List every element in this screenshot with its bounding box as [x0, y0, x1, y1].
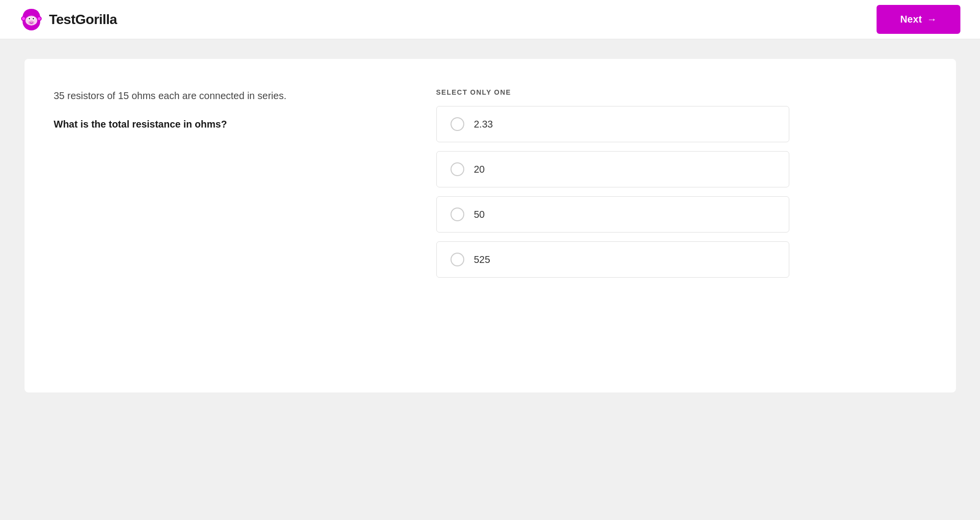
answer-label-4: 525 [474, 254, 490, 265]
next-arrow-icon: → [927, 14, 937, 25]
answers-section: SELECT ONLY ONE 2.332050525 [436, 88, 789, 363]
answer-option-2[interactable]: 20 [436, 151, 789, 187]
answer-label-2: 20 [474, 164, 485, 175]
logo-text: TestGorilla [49, 12, 117, 27]
radio-circle-4 [451, 253, 464, 266]
main-content: 35 resistors of 15 ohms each are connect… [0, 39, 980, 520]
header: TestGorilla Next → [0, 0, 980, 39]
next-button-label: Next [900, 14, 922, 25]
next-button[interactable]: Next → [877, 5, 960, 34]
svg-point-3 [38, 17, 41, 20]
svg-point-8 [33, 18, 34, 19]
radio-circle-1 [451, 117, 464, 131]
svg-point-7 [29, 18, 30, 19]
answer-options-container: 2.332050525 [436, 106, 789, 278]
radio-circle-2 [451, 162, 464, 176]
question-section: 35 resistors of 15 ohms each are connect… [54, 88, 397, 363]
select-only-one-label: SELECT ONLY ONE [436, 88, 789, 96]
answer-option-3[interactable]: 50 [436, 196, 789, 233]
svg-point-2 [22, 17, 25, 20]
answer-option-4[interactable]: 525 [436, 241, 789, 278]
question-text: What is the total resistance in ohms? [54, 117, 397, 131]
answer-label-3: 50 [474, 209, 485, 220]
question-context: 35 resistors of 15 ohms each are connect… [54, 88, 397, 103]
radio-circle-3 [451, 208, 464, 221]
answer-option-1[interactable]: 2.33 [436, 106, 789, 142]
question-card: 35 resistors of 15 ohms each are connect… [25, 59, 956, 392]
svg-point-9 [28, 21, 34, 25]
testgorilla-logo-icon [20, 8, 43, 31]
answer-label-1: 2.33 [474, 119, 493, 130]
logo-area: TestGorilla [20, 8, 117, 31]
